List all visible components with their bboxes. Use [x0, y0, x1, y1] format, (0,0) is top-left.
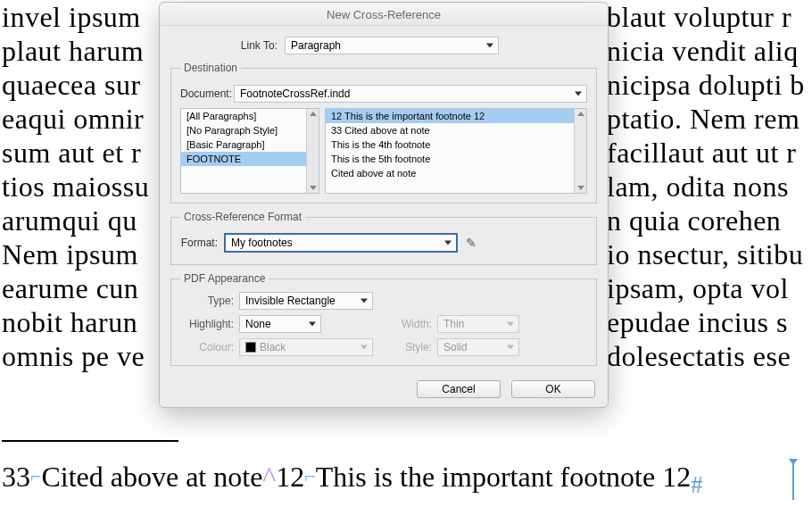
document-text-right: blaut voluptur r nicia vendit aliq nicip… — [607, 0, 812, 373]
colour-label: Colour: — [180, 341, 234, 353]
document-select[interactable]: FootnoteCrossRef.indd — [234, 85, 587, 103]
destination-fieldset: Destination Document: FootnoteCrossRef.i… — [170, 62, 597, 204]
highlight-select[interactable]: None — [239, 315, 321, 333]
style-select: Solid — [437, 338, 519, 356]
pdf-appearance-fieldset: PDF Appearance Type: Invisible Rectangle… — [170, 272, 597, 366]
scrollbar[interactable] — [306, 109, 319, 193]
format-select[interactable]: My footnotes — [225, 234, 457, 252]
footnote-rule — [2, 440, 178, 442]
paragraph-styles-list[interactable]: [All Paragraphs] [No Paragraph Style] [B… — [180, 108, 319, 194]
cancel-button[interactable]: Cancel — [417, 380, 501, 398]
format-legend: Cross-Reference Format — [180, 211, 305, 223]
destination-legend: Destination — [180, 62, 241, 74]
format-label: Format: — [180, 237, 225, 249]
list-item[interactable]: 12 This is the important footnote 12 — [326, 109, 586, 123]
list-item[interactable]: [No Paragraph Style] — [181, 123, 319, 137]
width-label: Width: — [378, 318, 432, 330]
list-item[interactable]: [Basic Paragraph] — [181, 137, 319, 152]
link-to-select[interactable]: Paragraph — [285, 37, 499, 54]
format-fieldset: Cross-Reference Format Format: My footno… — [170, 211, 597, 265]
list-item[interactable]: FOOTNOTE — [181, 152, 319, 166]
document-label: Document: — [180, 87, 234, 100]
type-label: Type: — [180, 295, 234, 307]
list-item[interactable]: [All Paragraphs] — [181, 109, 319, 123]
list-item[interactable]: Cited above at note — [326, 166, 586, 180]
text-cursor-marker — [792, 459, 794, 500]
pdf-legend: PDF Appearance — [180, 272, 269, 285]
colour-select: Black — [239, 338, 373, 356]
scrollbar[interactable] — [574, 109, 586, 193]
style-label: Style: — [378, 341, 432, 353]
width-select: Thin — [437, 315, 519, 333]
dialog-title: New Cross-Reference — [160, 3, 608, 26]
new-cross-reference-dialog: New Cross-Reference Link To: Paragraph D… — [159, 2, 609, 408]
list-item[interactable]: This is the 4th footnote — [326, 137, 586, 152]
list-item[interactable]: 33 Cited above at note — [326, 123, 586, 137]
footnote-text: 33⌐Cited above at note^12⌐This is the im… — [2, 461, 703, 499]
type-select[interactable]: Invisible Rectangle — [239, 292, 373, 310]
paragraphs-list[interactable]: 12 This is the important footnote 12 33 … — [325, 108, 587, 194]
list-item[interactable]: This is the 5th footnote — [326, 152, 586, 166]
edit-format-icon[interactable]: ✎ — [466, 236, 476, 250]
highlight-label: Highlight: — [180, 318, 234, 330]
black-swatch-icon — [245, 342, 256, 353]
ok-button[interactable]: OK — [511, 380, 595, 398]
link-to-label: Link To: — [170, 39, 285, 52]
